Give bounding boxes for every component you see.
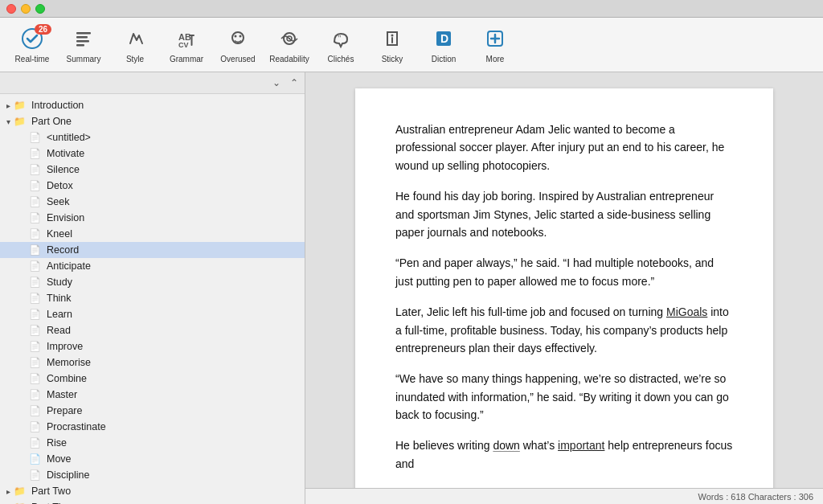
- tree-label-untitled: <untitled>: [47, 132, 91, 143]
- tree-label-detox: Detox: [47, 180, 73, 191]
- tree-item-seek[interactable]: 📄Seek: [0, 194, 305, 210]
- toolbar-item-cliches[interactable]: "Clichés: [315, 21, 366, 69]
- doc-icon: 📄: [29, 469, 41, 481]
- doc-icon: 📄: [29, 180, 41, 191]
- traffic-light-yellow[interactable]: [21, 4, 31, 14]
- tree-item-envision[interactable]: 📄Envision: [0, 210, 305, 226]
- doc-icon: 📄: [29, 357, 41, 368]
- toolbar-item-realtime[interactable]: 26Real-time: [6, 21, 58, 69]
- tree-item-read[interactable]: 📄Read: [0, 322, 305, 338]
- traffic-light-red[interactable]: [6, 4, 16, 14]
- tree-label-part-one: Part One: [31, 116, 72, 127]
- toolbar-item-readability[interactable]: Readability: [264, 21, 315, 69]
- tree-label-improve: Improve: [47, 341, 83, 352]
- toolbar-label-style: Style: [126, 55, 144, 64]
- tree-item-prepare[interactable]: 📄Prepare: [0, 403, 305, 419]
- tree-item-think[interactable]: 📄Think: [0, 290, 305, 306]
- tree-item-move[interactable]: 📄Move: [0, 451, 305, 467]
- folder-arrow-icon: ▸: [6, 101, 10, 110]
- doc-icon: 📄: [29, 148, 41, 159]
- toolbar-label-summary: Summary: [67, 55, 101, 64]
- doc-icon: 📄: [29, 164, 41, 175]
- tree-item-study[interactable]: 📄Study: [0, 274, 305, 290]
- paragraph-p5: “We have so many things happening, we’re…: [395, 370, 733, 424]
- tree-item-memorise[interactable]: 📄Memorise: [0, 354, 305, 371]
- toolbar-badge-realtime: 26: [35, 24, 51, 35]
- toolbar-item-diction[interactable]: DDiction: [418, 21, 469, 69]
- word-count: Words : 618 Characters : 306: [698, 492, 813, 502]
- tree-item-part-three[interactable]: ▸📁Part Three: [0, 499, 305, 504]
- tree-item-part-one[interactable]: ▾📁Part One: [0, 113, 305, 129]
- svg-rect-1: [76, 32, 91, 35]
- doc-icon: 📄: [29, 325, 41, 336]
- tree-item-untitled[interactable]: 📄<untitled>: [0, 129, 305, 145]
- tree-item-part-two[interactable]: ▸📁Part Two: [0, 483, 305, 499]
- tree-item-master[interactable]: 📄Master: [0, 387, 305, 403]
- tree-item-record[interactable]: 📄Record: [0, 242, 305, 258]
- collapse-all-button[interactable]: [272, 77, 280, 88]
- toolbar-label-sticky: Sticky: [382, 55, 403, 64]
- toolbar-label-realtime: Real-time: [15, 55, 50, 64]
- folder-icon: 📁: [14, 116, 26, 127]
- tree-label-read: Read: [47, 325, 71, 336]
- tree-label-learn: Learn: [47, 309, 72, 320]
- paragraph-p2: He found his day job boring. Inspired by…: [395, 187, 733, 241]
- overused-icon: [225, 26, 251, 51]
- doc-icon: 📄: [29, 277, 41, 288]
- doc-icon: 📄: [29, 405, 41, 416]
- tree-item-learn[interactable]: 📄Learn: [0, 306, 305, 322]
- tree-item-procrastinate[interactable]: 📄Procrastinate: [0, 419, 305, 435]
- tree-item-improve[interactable]: 📄Improve: [0, 338, 305, 354]
- toolbar-label-cliches: Clichés: [328, 55, 354, 64]
- tree-item-silence[interactable]: 📄Silence: [0, 162, 305, 178]
- editor-scroll[interactable]: Australian entrepreneur Adam Jelic wante…: [305, 72, 823, 488]
- expand-all-button[interactable]: [290, 77, 298, 88]
- toolbar-label-overused: Overused: [220, 55, 255, 64]
- underlined-text: important: [558, 439, 604, 452]
- svg-text:D: D: [440, 32, 448, 45]
- tree-item-discipline[interactable]: 📄Discipline: [0, 467, 305, 483]
- svg-point-8: [235, 35, 237, 38]
- toolbar-label-grammar: Grammar: [170, 55, 203, 64]
- titlebar: [0, 0, 823, 18]
- tree-item-anticipate[interactable]: 📄Anticipate: [0, 258, 305, 274]
- doc-icon: 📄: [29, 341, 41, 352]
- sidebar-header: [0, 72, 305, 94]
- doc-icon: 📄: [29, 132, 41, 143]
- tree-item-motivate[interactable]: 📄Motivate: [0, 145, 305, 162]
- tree-item-kneel[interactable]: 📄Kneel: [0, 226, 305, 242]
- doc-icon: 📄: [29, 309, 41, 320]
- svg-point-9: [240, 35, 242, 38]
- doc-icon: 📄: [29, 260, 41, 272]
- page: Australian entrepreneur Adam Jelic wante…: [355, 88, 773, 488]
- tree-item-introduction[interactable]: ▸📁Introduction: [0, 97, 305, 113]
- tree-label-silence: Silence: [47, 164, 80, 175]
- doc-icon: 📄: [29, 453, 41, 465]
- toolbar-label-diction: Diction: [432, 55, 457, 64]
- tree-item-detox[interactable]: 📄Detox: [0, 178, 305, 194]
- tree-label-move: Move: [47, 453, 72, 465]
- toolbar-item-grammar[interactable]: ABCVGrammar: [161, 21, 212, 69]
- folder-arrow-icon: ▾: [6, 117, 10, 126]
- svg-rect-4: [76, 44, 84, 47]
- sticky-icon: [379, 26, 405, 51]
- sidebar: ▸📁Introduction▾📁Part One📄<untitled>📄Moti…: [0, 72, 305, 504]
- tree-item-rise[interactable]: 📄Rise: [0, 435, 305, 451]
- toolbar-item-sticky[interactable]: Sticky: [366, 21, 418, 69]
- toolbar: 26Real-timeSummaryStyleABCVGrammarOverus…: [0, 18, 823, 72]
- doc-icon: 📄: [29, 373, 41, 384]
- toolbar-item-style[interactable]: Style: [109, 21, 161, 69]
- paragraph-p4: Later, Jelic left his full-time job and …: [395, 303, 733, 357]
- tree-label-master: Master: [47, 389, 77, 400]
- toolbar-item-more[interactable]: More: [469, 21, 521, 69]
- doc-icon: 📄: [29, 196, 41, 207]
- tree-label-anticipate: Anticipate: [47, 260, 91, 272]
- tree-label-envision: Envision: [47, 212, 84, 223]
- traffic-light-green[interactable]: [35, 4, 45, 14]
- doc-icon: 📄: [29, 421, 41, 432]
- tree-item-combine[interactable]: 📄Combine: [0, 371, 305, 387]
- folder-icon: 📁: [14, 100, 26, 111]
- tree-label-combine: Combine: [47, 373, 87, 384]
- toolbar-item-summary[interactable]: Summary: [58, 21, 109, 69]
- toolbar-item-overused[interactable]: Overused: [212, 21, 264, 69]
